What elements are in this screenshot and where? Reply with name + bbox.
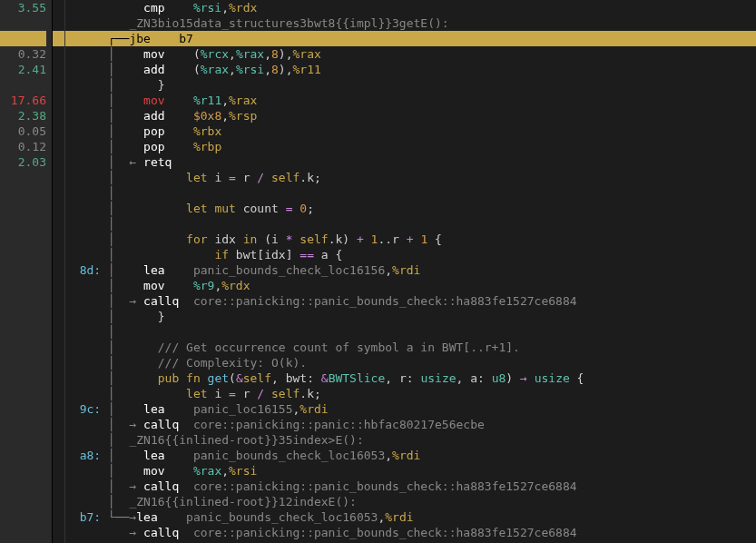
overhead-bar-sidebar xyxy=(53,0,65,543)
jump-line-icon: │ xyxy=(108,433,115,447)
source-line[interactable]: │ } xyxy=(65,77,756,93)
percent-cell xyxy=(0,201,46,216)
operands: panic_bounds_check_loc16053,%rdi xyxy=(193,449,420,462)
mnemonic: add xyxy=(143,63,193,76)
percent-cell xyxy=(0,232,46,247)
blank-line[interactable]: │ xyxy=(65,185,756,201)
symbol-line[interactable]: │ _ZN16{{inlined-root}}35index>E(): xyxy=(65,432,756,448)
asm-line[interactable]: │ mov (%rcx,%rax,8),%rax xyxy=(65,46,756,62)
overhead-cell xyxy=(53,232,64,247)
jump-line-icon: │ xyxy=(108,78,115,92)
source-line[interactable]: │ for idx in (i * self.k) + 1..r + 1 { xyxy=(65,232,756,247)
symbol-line[interactable]: │ _ZN16{{inlined-root}}12indexE(): xyxy=(65,494,756,509)
overhead-cell xyxy=(53,355,64,370)
jump-line-icon: │ xyxy=(108,495,115,508)
asm-line[interactable]: a8: │ lea panic_bounds_check_loc16053,%r… xyxy=(65,448,756,463)
source-line[interactable]: │ if bwt[idx] == a { xyxy=(65,247,756,262)
jump-line-icon: │ xyxy=(108,109,115,123)
symbol-line[interactable]: _ZN3bio15data_structures3bwt8{{impl}}3ge… xyxy=(65,15,756,31)
jump-line-icon: │ xyxy=(108,325,115,339)
jump-line-icon: │ xyxy=(108,371,115,385)
jump-line-icon: │ xyxy=(108,418,115,431)
percent-cell xyxy=(0,309,46,324)
operands: core::panicking::panic_bounds_check::ha8… xyxy=(193,526,577,539)
asm-line[interactable]: │ mov %r11,%rax xyxy=(65,93,756,108)
overhead-cell xyxy=(53,62,64,77)
jump-line-icon: │ xyxy=(108,356,115,370)
source-line[interactable]: │ } xyxy=(65,309,756,324)
asm-line[interactable]: 9c: │ lea panic_loc16155,%rdi xyxy=(65,401,756,417)
asm-line[interactable]: │ mov %r9,%rdx xyxy=(65,278,756,293)
asm-line[interactable]: │ pop %rbp xyxy=(65,139,756,154)
mnemonic: add xyxy=(143,109,193,123)
percent-cell xyxy=(0,401,46,417)
mnemonic: callq xyxy=(143,526,193,539)
operands: %r11,%rax xyxy=(193,94,257,107)
overhead-cell xyxy=(53,170,64,185)
overhead-cell xyxy=(53,401,64,417)
source-line[interactable]: │ /// Complexity: O(k). xyxy=(65,355,756,370)
percent-cell xyxy=(0,463,46,479)
overhead-cell xyxy=(53,31,64,46)
asm-line[interactable]: │ add $0x8,%rsp xyxy=(65,108,756,123)
percent-cell xyxy=(0,324,46,340)
call-arrow-icon: → xyxy=(129,294,143,308)
asm-line[interactable]: │ → callq core::panicking::panic_bounds_… xyxy=(65,479,756,494)
mnemonic: callq xyxy=(143,294,193,308)
asm-line[interactable]: │ add (%rax,%rsi,8),%r11 xyxy=(65,62,756,77)
percent-cell xyxy=(0,31,46,46)
asm-line[interactable]: b7: └──→lea panic_bounds_check_loc16053,… xyxy=(65,509,756,525)
asm-line[interactable]: ┌──jbe b7 xyxy=(65,31,756,46)
asm-line[interactable]: cmp %rsi,%rdx xyxy=(65,0,756,15)
asm-line[interactable]: │ ← retq xyxy=(65,154,756,170)
source-line[interactable]: │ let mut count = 0; xyxy=(65,201,756,216)
jump-line-icon: │ xyxy=(108,202,115,215)
overhead-cell xyxy=(53,278,64,293)
asm-line[interactable]: │ → callq core::panicking::panic_bounds_… xyxy=(65,293,756,309)
jump-line-icon: │ xyxy=(108,63,115,76)
asm-line[interactable]: → callq core::panicking::panic_bounds_ch… xyxy=(65,525,756,540)
operands: %rbx xyxy=(193,124,221,138)
jump-line-icon: │ xyxy=(108,387,115,400)
overhead-cell xyxy=(53,93,64,108)
mnemonic: callq xyxy=(143,479,193,493)
source-line[interactable]: │ /// Get occurrence count of symbol a i… xyxy=(65,340,756,355)
overhead-cell xyxy=(53,123,64,139)
overhead-cell xyxy=(53,509,64,525)
perf-annotate-view: 3.550.322.4117.662.380.050.122.03 cmp %r… xyxy=(0,0,756,543)
jump-target-icon: └──→ xyxy=(108,510,136,524)
overhead-cell xyxy=(53,525,64,540)
percent-cell: 0.05 xyxy=(0,123,46,139)
overhead-cell xyxy=(53,370,64,386)
address-label: 8d: xyxy=(80,263,101,277)
asm-line[interactable]: │ → callq core::panicking::panic::hbfac8… xyxy=(65,417,756,432)
percent-cell xyxy=(0,355,46,370)
mnemonic: pop xyxy=(143,124,193,138)
jump-line-icon: │ xyxy=(108,464,115,478)
operands: (%rax,%rsi,8),%r11 xyxy=(193,63,321,76)
jump-line-icon: │ xyxy=(108,155,115,169)
asm-line[interactable]: 8d: │ lea panic_bounds_check_loc16156,%r… xyxy=(65,262,756,278)
percent-cell: 3.55 xyxy=(0,0,46,15)
operands: panic_bounds_check_loc16156,%rdi xyxy=(193,263,420,277)
source-line[interactable]: │ pub fn get(&self, bwt: &BWTSlice, r: u… xyxy=(65,370,756,386)
source-text: /// Get occurrence count of symbol a in … xyxy=(143,341,520,354)
operands: panic_bounds_check_loc16053,%rdi xyxy=(186,510,413,524)
percent-cell xyxy=(0,479,46,494)
asm-line[interactable]: │ mov %rax,%rsi xyxy=(65,463,756,479)
operands: %rbp xyxy=(193,140,221,153)
percent-cell xyxy=(0,509,46,525)
overhead-cell xyxy=(53,386,64,401)
symbol-name: _ZN3bio15data_structures3bwt8{{impl}}3ge… xyxy=(129,16,448,30)
source-text: let i = r / self.k; xyxy=(143,171,321,184)
asm-line[interactable]: │ pop %rbx xyxy=(65,123,756,139)
source-line[interactable]: │ let i = r / self.k; xyxy=(65,170,756,185)
overhead-cell xyxy=(53,154,64,170)
jump-line-icon: │ xyxy=(108,124,115,138)
source-line[interactable]: │ let i = r / self.k; xyxy=(65,386,756,401)
percent-gutter: 3.550.322.4117.662.380.050.122.03 xyxy=(0,0,53,543)
blank-line[interactable]: │ xyxy=(65,216,756,232)
disassembly-pane[interactable]: cmp %rsi,%rdx _ZN3bio15data_structures3b… xyxy=(65,0,756,543)
mnemonic: callq xyxy=(143,418,193,431)
blank-line[interactable]: │ xyxy=(65,324,756,340)
